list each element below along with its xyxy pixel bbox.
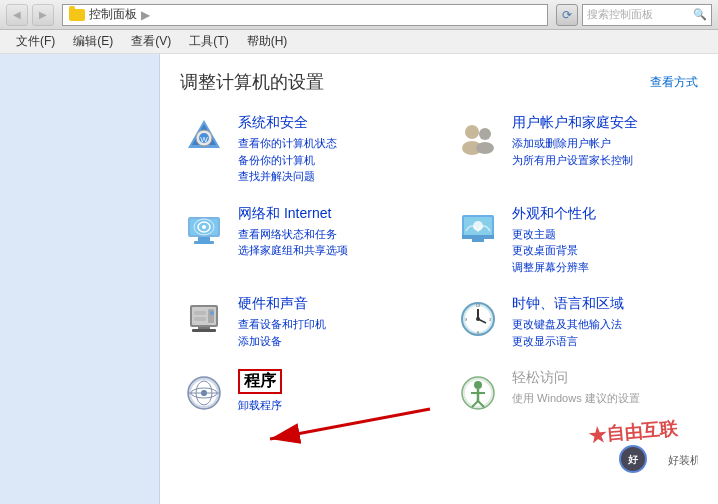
- appearance-title[interactable]: 外观和个性化: [512, 205, 698, 223]
- menu-file[interactable]: 文件(F): [8, 31, 63, 52]
- svg-text:好: 好: [627, 454, 639, 465]
- address-separator: ▶: [141, 8, 150, 22]
- users-icon: [454, 114, 502, 162]
- svg-point-28: [210, 311, 214, 315]
- svg-point-33: [476, 317, 480, 321]
- svg-rect-24: [192, 329, 216, 332]
- users-text: 用户帐户和家庭安全 添加或删除用户帐户 为所有用户设置家长控制: [512, 114, 698, 168]
- users-title[interactable]: 用户帐户和家庭安全: [512, 114, 698, 132]
- menu-tools[interactable]: 工具(T): [181, 31, 236, 52]
- hardware-link-2[interactable]: 添加设备: [238, 333, 424, 350]
- accessibility-link-1[interactable]: 使用 Windows 建议的设置: [512, 390, 698, 407]
- hardware-text: 硬件和声音 查看设备和打印机 添加设备: [238, 295, 424, 349]
- svg-rect-12: [194, 241, 214, 244]
- appearance-link-3[interactable]: 调整屏幕分辨率: [512, 259, 698, 276]
- search-icon: 🔍: [693, 8, 707, 21]
- network-link-1[interactable]: 查看网络状态和任务: [238, 226, 424, 243]
- network-title[interactable]: 网络和 Internet: [238, 205, 424, 223]
- svg-text:12: 12: [476, 303, 481, 308]
- network-text: 网络和 Internet 查看网络状态和任务 选择家庭组和共享选项: [238, 205, 424, 259]
- refresh-button[interactable]: ⟳: [556, 4, 578, 26]
- svg-text:好装机: 好装机: [668, 454, 698, 466]
- accessibility-icon: [454, 369, 502, 417]
- accessibility-title[interactable]: 轻松访问: [512, 369, 698, 387]
- svg-point-15: [202, 225, 206, 229]
- system-text: 系统和安全 查看你的计算机状态 备份你的计算机 查找并解决问题: [238, 114, 424, 185]
- svg-rect-18: [462, 235, 494, 239]
- folder-icon: [69, 9, 85, 21]
- search-placeholder: 搜索控制面板: [587, 7, 653, 22]
- panel-title: 调整计算机的设置: [180, 70, 324, 94]
- users-link-1[interactable]: 添加或删除用户帐户: [512, 135, 698, 152]
- svg-rect-11: [198, 237, 210, 241]
- network-icon: [180, 205, 228, 253]
- watermark-1: ★自由互联: [587, 416, 679, 448]
- address-bar[interactable]: 控制面板 ▶: [62, 4, 548, 26]
- cp-item-users[interactable]: 用户帐户和家庭安全 添加或删除用户帐户 为所有用户设置家长控制: [454, 114, 698, 185]
- menu-bar: 文件(F) 编辑(E) 查看(V) 工具(T) 帮助(H): [0, 30, 718, 54]
- appearance-link-1[interactable]: 更改主题: [512, 226, 698, 243]
- svg-rect-25: [208, 309, 214, 323]
- programs-title[interactable]: 程序: [238, 369, 282, 394]
- address-text: 控制面板: [89, 6, 137, 23]
- back-button[interactable]: ◀: [6, 4, 28, 26]
- svg-point-5: [465, 125, 479, 139]
- watermark-2: 好 好装机: [618, 444, 698, 474]
- cp-item-network[interactable]: 网络和 Internet 查看网络状态和任务 选择家庭组和共享选项: [180, 205, 424, 276]
- clock-title[interactable]: 时钟、语言和区域: [512, 295, 698, 313]
- network-link-2[interactable]: 选择家庭组和共享选项: [238, 242, 424, 259]
- red-arrow: [260, 399, 440, 449]
- search-bar[interactable]: 搜索控制面板 🔍: [582, 4, 712, 26]
- control-panel-grid: W 系统和安全 查看你的计算机状态 备份你的计算机 查找并解决问题: [180, 114, 698, 417]
- svg-point-7: [479, 128, 491, 140]
- svg-line-45: [270, 409, 430, 439]
- menu-help[interactable]: 帮助(H): [239, 31, 296, 52]
- title-bar: ◀ ▶ 控制面板 ▶ ⟳ 搜索控制面板 🔍: [0, 0, 718, 30]
- system-icon: W: [180, 114, 228, 162]
- svg-text:W: W: [200, 135, 208, 144]
- svg-rect-27: [194, 317, 206, 321]
- left-panel: [0, 54, 160, 504]
- appearance-icon: [454, 205, 502, 253]
- cp-item-system[interactable]: W 系统和安全 查看你的计算机状态 备份你的计算机 查找并解决问题: [180, 114, 424, 185]
- hardware-link-1[interactable]: 查看设备和打印机: [238, 316, 424, 333]
- svg-point-8: [476, 142, 494, 154]
- hardware-title[interactable]: 硬件和声音: [238, 295, 424, 313]
- view-toggle[interactable]: 查看方式: [650, 74, 698, 91]
- svg-point-48: [474, 381, 482, 389]
- system-title[interactable]: 系统和安全: [238, 114, 424, 132]
- system-link-2[interactable]: 备份你的计算机: [238, 152, 424, 169]
- menu-view[interactable]: 查看(V): [123, 31, 179, 52]
- accessibility-text: 轻松访问 使用 Windows 建议的设置: [512, 369, 698, 407]
- panel-header: 调整计算机的设置 查看方式: [180, 70, 698, 94]
- appearance-text: 外观和个性化 更改主题 更改桌面背景 调整屏幕分辨率: [512, 205, 698, 276]
- forward-button[interactable]: ▶: [32, 4, 54, 26]
- clock-icon: 12 3 6 9: [454, 295, 502, 343]
- cp-item-clock[interactable]: 12 3 6 9 时钟、语言和区域 更改键盘及其他输入法 更改显示语言: [454, 295, 698, 349]
- cp-item-appearance[interactable]: 外观和个性化 更改主题 更改桌面背景 调整屏幕分辨率: [454, 205, 698, 276]
- cp-item-hardware[interactable]: 硬件和声音 查看设备和打印机 添加设备: [180, 295, 424, 349]
- clock-link-1[interactable]: 更改键盘及其他输入法: [512, 316, 698, 333]
- content-area: 调整计算机的设置 查看方式 W 系统和安全 查看你的计算机状态: [0, 54, 718, 504]
- system-link-3[interactable]: 查找并解决问题: [238, 168, 424, 185]
- programs-icon: [180, 369, 228, 417]
- appearance-link-2[interactable]: 更改桌面背景: [512, 242, 698, 259]
- svg-rect-26: [194, 311, 206, 315]
- svg-rect-19: [472, 239, 484, 242]
- system-link-1[interactable]: 查看你的计算机状态: [238, 135, 424, 152]
- main-panel: 调整计算机的设置 查看方式 W 系统和安全 查看你的计算机状态: [160, 54, 718, 504]
- clock-text: 时钟、语言和区域 更改键盘及其他输入法 更改显示语言: [512, 295, 698, 349]
- hardware-icon: [180, 295, 228, 343]
- cp-item-accessibility[interactable]: 轻松访问 使用 Windows 建议的设置: [454, 369, 698, 417]
- clock-link-2[interactable]: 更改显示语言: [512, 333, 698, 350]
- users-link-2[interactable]: 为所有用户设置家长控制: [512, 152, 698, 169]
- cp-item-programs[interactable]: 程序 卸载程序: [180, 369, 424, 417]
- svg-point-53: [620, 446, 646, 472]
- menu-edit[interactable]: 编辑(E): [65, 31, 121, 52]
